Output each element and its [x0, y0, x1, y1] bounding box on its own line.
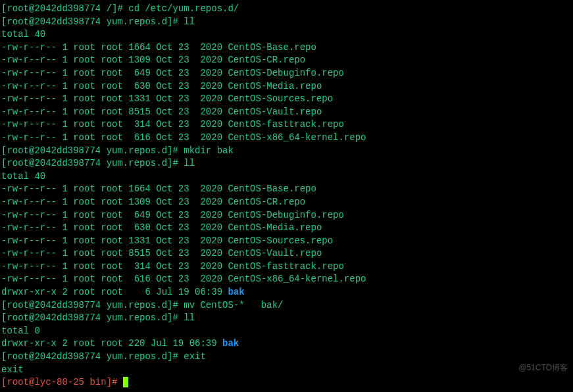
- prompt: [root@2042dd398774 yum.repos.d]#: [1, 300, 184, 310]
- file-row: -rw-r--r-- 1 root root 1309 Oct 23 2020 …: [1, 54, 572, 67]
- file-name: CentOS-Media.repo: [228, 222, 322, 233]
- file-name: CentOS-Sources.repo: [228, 235, 333, 246]
- file-row: -rw-r--r-- 1 root root 616 Oct 23 2020 C…: [1, 273, 572, 286]
- file-row: -rw-r--r-- 1 root root 649 Oct 23 2020 C…: [1, 67, 572, 80]
- file-name: CentOS-Debuginfo.repo: [228, 68, 343, 78]
- cursor-icon: [123, 377, 128, 387]
- prompt: [root@2042dd398774 yum.repos.d]#: [1, 158, 184, 168]
- file-row: -rw-r--r-- 1 root root 630 Oct 23 2020 C…: [1, 80, 572, 93]
- command-ll: ll: [184, 158, 195, 168]
- total-line: total 0: [1, 325, 572, 338]
- file-name: CentOS-x86_64-kernel.repo: [228, 274, 366, 284]
- file-row: -rw-r--r-- 1 root root 314 Oct 23 2020 C…: [1, 118, 572, 132]
- prompt-line: [root@2042dd398774 yum.repos.d]# mkdir b…: [1, 145, 572, 158]
- prompt: [root@2042dd398774 yum.repos.d]#: [1, 16, 184, 27]
- prompt-line: [root@2042dd398774 yum.repos.d]# ll: [1, 16, 572, 29]
- file-row: -rw-r--r-- 1 root root 1331 Oct 23 2020 …: [1, 93, 572, 106]
- dir-name: bak: [228, 287, 244, 297]
- file-name: CentOS-x86_64-kernel.repo: [228, 132, 366, 143]
- total-line: total 40: [1, 28, 572, 41]
- local-prompt-line: [root@lyc-80-25 bin]#: [1, 376, 572, 389]
- file-row: -rw-r--r-- 1 root root 1309 Oct 23 2020 …: [1, 196, 572, 209]
- terminal-output[interactable]: [root@2042dd398774 /]# cd /etc/yum.repos…: [1, 3, 572, 389]
- command-mv: mv CentOS-* bak/: [184, 300, 283, 310]
- prompt-line: [root@2042dd398774 yum.repos.d]# ll: [1, 312, 572, 325]
- file-name: CentOS-fasttrack.repo: [228, 119, 343, 130]
- prompt: [root@2042dd398774 yum.repos.d]#: [1, 312, 184, 323]
- watermark: @51CTO博客: [518, 362, 568, 374]
- file-row: -rw-r--r-- 1 root root 314 Oct 23 2020 C…: [1, 260, 572, 274]
- prompt-line: [root@2042dd398774 yum.repos.d]# exit: [1, 351, 572, 364]
- file-name: CentOS-Base.repo: [228, 184, 316, 194]
- command-exit: exit: [184, 351, 206, 362]
- file-row: -rw-r--r-- 1 root root 8515 Oct 23 2020 …: [1, 106, 572, 119]
- prompt: [root@2042dd398774 /]#: [1, 3, 128, 14]
- file-row: -rw-r--r-- 1 root root 630 Oct 23 2020 C…: [1, 222, 572, 235]
- file-name: CentOS-Media.repo: [228, 81, 322, 91]
- dir-name: bak: [222, 338, 239, 349]
- command-ll: ll: [184, 16, 195, 27]
- file-row: -rw-r--r-- 1 root root 1331 Oct 23 2020 …: [1, 235, 572, 248]
- file-name: CentOS-fasttrack.repo: [228, 261, 343, 272]
- total-line: total 40: [1, 170, 572, 184]
- file-name: CentOS-Sources.repo: [228, 93, 333, 104]
- file-name: CentOS-Vault.repo: [228, 107, 322, 117]
- dir-row: drwxr-xr-x 2 root root 6 Jul 19 06:39 ba…: [1, 286, 572, 299]
- file-name: CentOS-CR.repo: [228, 197, 305, 207]
- file-name: CentOS-Debuginfo.repo: [228, 210, 343, 220]
- dir-row: drwxr-xr-x 2 root root 220 Jul 19 06:39 …: [1, 337, 572, 351]
- file-row: -rw-r--r-- 1 root root 1664 Oct 23 2020 …: [1, 183, 572, 196]
- file-name: CentOS-Base.repo: [228, 42, 316, 53]
- file-name: CentOS-Vault.repo: [228, 248, 322, 258]
- file-row: -rw-r--r-- 1 root root 1664 Oct 23 2020 …: [1, 41, 572, 55]
- command-mkdir: mkdir bak: [184, 145, 234, 156]
- prompt-line: [root@2042dd398774 yum.repos.d]# mv Cent…: [1, 299, 572, 312]
- file-row: -rw-r--r-- 1 root root 616 Oct 23 2020 C…: [1, 132, 572, 145]
- file-row: -rw-r--r-- 1 root root 8515 Oct 23 2020 …: [1, 247, 572, 260]
- command-cd: cd /etc/yum.repos.d/: [128, 3, 239, 14]
- command-ll: ll: [184, 312, 195, 323]
- prompt-line: [root@2042dd398774 /]# cd /etc/yum.repos…: [1, 3, 572, 16]
- prompt: [root@2042dd398774 yum.repos.d]#: [1, 145, 184, 156]
- prompt: [root@2042dd398774 yum.repos.d]#: [1, 351, 184, 362]
- local-prompt: [root@lyc-80-25 bin]#: [1, 377, 123, 387]
- file-row: -rw-r--r-- 1 root root 649 Oct 23 2020 C…: [1, 209, 572, 222]
- prompt-line: [root@2042dd398774 yum.repos.d]# ll: [1, 157, 572, 170]
- file-name: CentOS-CR.repo: [228, 55, 305, 65]
- exit-echo: exit: [1, 364, 572, 377]
